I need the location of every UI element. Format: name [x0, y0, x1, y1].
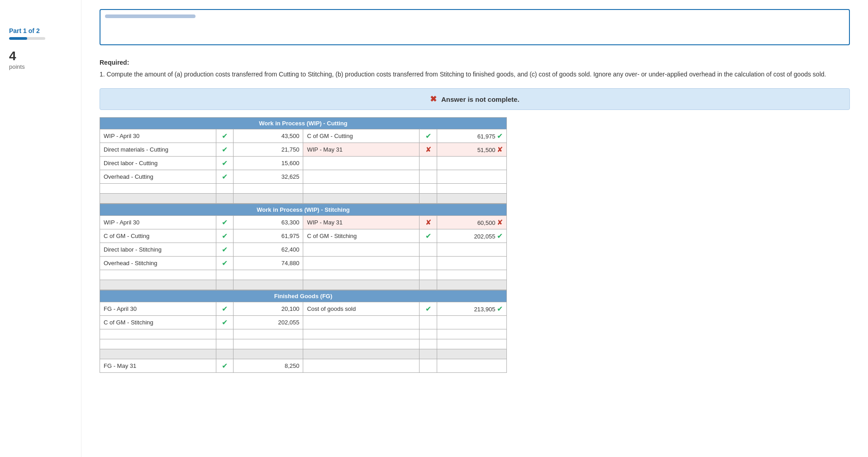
wip-stitching-check-1: ✔: [216, 216, 234, 229]
main-content: Required: 1. Compute the amount of (a) p…: [81, 0, 868, 457]
fg-rvalue-2[interactable]: [437, 316, 506, 329]
fg-bottom-row: FG - May 31 ✔ 8,250: [100, 359, 507, 373]
wip-cutting-value-2[interactable]: 21,750: [234, 143, 303, 157]
answer-banner: ✖ Answer is not complete.: [100, 88, 850, 110]
wip-stitching-empty-2: [100, 280, 507, 290]
wip-cutting-rvalue-1[interactable]: 61,975 ✔: [437, 129, 506, 143]
fg-check-1: ✔: [216, 302, 234, 316]
wip-cutting-rcheck-2: ✘: [420, 143, 437, 157]
part-label: Part 1 of 2: [9, 27, 72, 34]
fg-bottom-label: FG - May 31: [100, 359, 216, 373]
wip-cutting-check-1: ✔: [216, 129, 234, 143]
wip-stitching-label-4: Overhead - Stitching: [100, 257, 216, 270]
fg-row-2: C of GM - Stitching ✔ 202,055: [100, 316, 507, 329]
wip-cutting-rlabel-3: [303, 157, 420, 170]
required-text: 1. Compute the amount of (a) production …: [100, 70, 850, 79]
wip-stitching-row-1: WIP - April 30 ✔ 63,300 WIP - May 31 ✘ 6…: [100, 216, 507, 229]
wip-cutting-value-3[interactable]: 15,600: [234, 157, 303, 170]
sidebar: Part 1 of 2 4 points: [0, 0, 81, 457]
wip-stitching-rvalue-1[interactable]: 60,500 ✘: [437, 216, 506, 229]
wip-stitching-check-2: ✔: [216, 229, 234, 243]
top-box-bar: [105, 14, 196, 18]
wip-cutting-row-4: Overhead - Cutting ✔ 32,625: [100, 170, 507, 184]
wip-cutting-rcheck-3: [420, 157, 437, 170]
wip-stitching-value-4[interactable]: 74,880: [234, 257, 303, 270]
fg-bottom-value[interactable]: 8,250: [234, 359, 303, 373]
x-icon: ✖: [430, 95, 437, 104]
wip-cutting-value-1[interactable]: 43,500: [234, 129, 303, 143]
wip-stitching-rlabel-4: [303, 257, 420, 270]
fg-empty-1: [100, 329, 507, 339]
wip-stitching-label-2: C of GM - Cutting: [100, 229, 216, 243]
wip-stitching-table: Work in Process (WIP) - Stitching WIP - …: [100, 204, 507, 290]
wip-cutting-rcheck-1: ✔: [420, 129, 437, 143]
wip-cutting-rvalue-3[interactable]: [437, 157, 506, 170]
fg-rlabel-1: Cost of goods sold: [303, 302, 420, 316]
wip-cutting-rlabel-4: [303, 170, 420, 184]
wip-stitching-rcheck-1: ✘: [420, 216, 437, 229]
wip-cutting-check-2: ✔: [216, 143, 234, 157]
wip-cutting-value-4[interactable]: 32,625: [234, 170, 303, 184]
wip-cutting-header: Work in Process (WIP) - Cutting: [100, 118, 507, 129]
fg-row-1: FG - April 30 ✔ 20,100 Cost of goods sol…: [100, 302, 507, 316]
wip-stitching-rvalue-3[interactable]: [437, 243, 506, 257]
wip-cutting-label-1: WIP - April 30: [100, 129, 216, 143]
wip-stitching-value-3[interactable]: 62,400: [234, 243, 303, 257]
fg-empty-3: [100, 349, 507, 359]
wip-stitching-row-2: C of GM - Cutting ✔ 61,975 C of GM - Sti…: [100, 229, 507, 243]
wip-cutting-label-3: Direct labor - Cutting: [100, 157, 216, 170]
finished-goods-header: Finished Goods (FG): [100, 290, 507, 302]
fg-value-1[interactable]: 20,100: [234, 302, 303, 316]
fg-rvalue-1[interactable]: 213,905 ✔: [437, 302, 506, 316]
wip-stitching-rvalue-4[interactable]: [437, 257, 506, 270]
wip-cutting-check-3: ✔: [216, 157, 234, 170]
wip-cutting-row-2: Direct materials - Cutting ✔ 21,750 WIP …: [100, 143, 507, 157]
fg-rcheck-2: [420, 316, 437, 329]
fg-check-2: ✔: [216, 316, 234, 329]
fg-label-2: C of GM - Stitching: [100, 316, 216, 329]
points-text: points: [9, 63, 72, 70]
required-label: Required:: [100, 59, 850, 66]
wip-stitching-row-4: Overhead - Stitching ✔ 74,880: [100, 257, 507, 270]
wip-cutting-rvalue-4[interactable]: [437, 170, 506, 184]
points-number: 4: [9, 49, 72, 63]
wip-cutting-empty-2: [100, 194, 507, 204]
fg-bottom-check: ✔: [216, 359, 234, 373]
wip-cutting-row-1: WIP - April 30 ✔ 43,500 C of GM - Cuttin…: [100, 129, 507, 143]
fg-rlabel-2: [303, 316, 420, 329]
fg-value-2[interactable]: 202,055: [234, 316, 303, 329]
part-progress-fill: [9, 37, 27, 40]
wip-stitching-row-3: Direct labor - Stitching ✔ 62,400: [100, 243, 507, 257]
wip-stitching-rcheck-2: ✔: [420, 229, 437, 243]
wip-cutting-label-4: Overhead - Cutting: [100, 170, 216, 184]
fg-empty-2: [100, 339, 507, 349]
part-progress: [9, 37, 45, 40]
wip-stitching-check-3: ✔: [216, 243, 234, 257]
fg-bottom-rcheck: [420, 359, 437, 373]
fg-rcheck-1: ✔: [420, 302, 437, 316]
required-section: Required: 1. Compute the amount of (a) p…: [100, 59, 850, 79]
wip-stitching-check-4: ✔: [216, 257, 234, 270]
answer-banner-text: Answer is not complete.: [441, 95, 520, 103]
wip-cutting-empty-1: [100, 184, 507, 194]
wip-stitching-label-3: Direct labor - Stitching: [100, 243, 216, 257]
fg-bottom-rvalue[interactable]: [437, 359, 506, 373]
wip-cutting-table: Work in Process (WIP) - Cutting WIP - Ap…: [100, 117, 507, 204]
wip-cutting-rcheck-4: [420, 170, 437, 184]
fg-bottom-rlabel: [303, 359, 420, 373]
wip-stitching-rvalue-2[interactable]: 202,055 ✔: [437, 229, 506, 243]
top-input-box[interactable]: [100, 9, 850, 45]
wip-cutting-rlabel-2: WIP - May 31: [303, 143, 420, 157]
wip-stitching-value-1[interactable]: 63,300: [234, 216, 303, 229]
wip-stitching-rcheck-3: [420, 243, 437, 257]
wip-cutting-row-3: Direct labor - Cutting ✔ 15,600: [100, 157, 507, 170]
wip-stitching-rlabel-1: WIP - May 31: [303, 216, 420, 229]
fg-label-1: FG - April 30: [100, 302, 216, 316]
wip-stitching-value-2[interactable]: 61,975: [234, 229, 303, 243]
wip-cutting-check-4: ✔: [216, 170, 234, 184]
wip-stitching-rlabel-3: [303, 243, 420, 257]
wip-stitching-header: Work in Process (WIP) - Stitching: [100, 204, 507, 216]
wip-stitching-empty-1: [100, 270, 507, 280]
wip-stitching-rlabel-2: C of GM - Stitching: [303, 229, 420, 243]
wip-cutting-rvalue-2[interactable]: 51,500 ✘: [437, 143, 506, 157]
